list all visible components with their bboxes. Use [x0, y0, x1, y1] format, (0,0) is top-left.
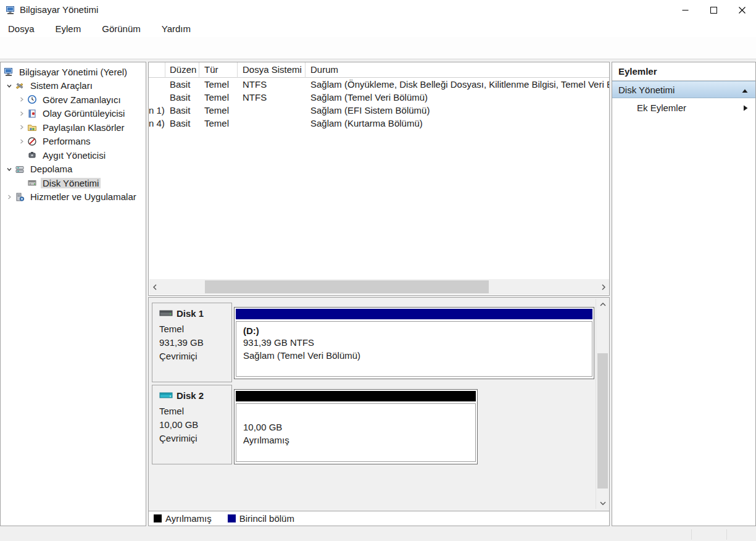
close-button[interactable]: [728, 0, 756, 20]
vertical-scrollbar[interactable]: [596, 299, 609, 509]
disk1-size: 931,39 GB: [159, 336, 231, 350]
selected-tree-item-label: Disk Yönetimi: [41, 178, 101, 188]
column-header-status[interactable]: Durum: [305, 62, 609, 78]
chevron-collapsed-icon[interactable]: [17, 111, 27, 117]
chevron-expanded-icon[interactable]: [4, 83, 14, 89]
services-icon: [14, 192, 25, 202]
chevron-collapsed-icon[interactable]: [17, 124, 27, 130]
disk2-unallocated-color-bar: [236, 391, 476, 401]
submenu-arrow-icon: [743, 103, 748, 113]
partition-legend: Ayrılmamış Birincil bölüm: [149, 511, 609, 526]
tree-item-performance[interactable]: Performans: [1, 135, 146, 149]
disk2-drive-icon: [159, 390, 173, 401]
shared-folders-icon: [27, 122, 38, 132]
volume-row[interactable]: n 1) Basit Temel Sağlam (EFI Sistem Bölü…: [149, 104, 609, 117]
chevron-expanded-icon[interactable]: [4, 166, 14, 172]
disk2-row: Disk 2 Temel 10,00 GB Çevrimiçi 10,00 GB…: [152, 385, 605, 464]
column-header-layout[interactable]: Düzen: [165, 62, 199, 78]
chevron-collapsed-icon[interactable]: [17, 96, 27, 103]
actions-panel-title: Eylemler: [612, 62, 755, 81]
disk2-status: Çevrimiçi: [159, 432, 231, 445]
legend-item-primary-partition: Birincil bölüm: [228, 513, 294, 524]
tree-item-event-viewer[interactable]: Olay Görüntüleyicisi: [1, 107, 146, 121]
disk1-partition-color-bar: [236, 309, 592, 319]
scroll-up-icon[interactable]: [596, 299, 609, 310]
window-title: Bilgisayar Yönetimi: [20, 4, 98, 15]
tree-item-system-tools[interactable]: Sistem Araçları: [1, 79, 146, 93]
console-tree-panel: Bilgisayar Yönetimi (Yerel) Sistem Araçl…: [0, 62, 146, 526]
legend-item-unallocated: Ayrılmamış: [154, 513, 212, 524]
statusbar-divider: [691, 529, 692, 540]
disk2-type: Temel: [159, 405, 231, 418]
actions-group-disk-management[interactable]: Disk Yönetimi: [612, 81, 755, 98]
volume-row[interactable]: Basit Temel NTFS Sağlam (Önyükleme, Disk…: [149, 78, 609, 91]
disk2-label-box[interactable]: Disk 2 Temel 10,00 GB Çevrimiçi: [152, 385, 232, 464]
volume-row[interactable]: n 4) Basit Temel Sağlam (Kurtarma Bölümü…: [149, 117, 609, 130]
tree-item-task-scheduler[interactable]: Görev Zamanlayıcı: [1, 93, 146, 107]
tree-item-shared-folders[interactable]: Paylaşılan Klasörler: [1, 120, 146, 135]
minimize-button[interactable]: [671, 0, 699, 20]
menu-action[interactable]: Eylem: [49, 21, 88, 36]
storage-icon: [14, 164, 25, 174]
disk1-partition-size: 931,39 GB NTFS: [243, 336, 592, 349]
disk2-size: 10,00 GB: [159, 418, 231, 432]
disk1-partition-block[interactable]: (D:) 931,39 GB NTFS Sağlam (Temel Veri B…: [234, 307, 594, 379]
toolbar: ?: [0, 37, 756, 59]
tree-item-storage[interactable]: Depolama: [1, 162, 146, 177]
disk2-unallocated-block[interactable]: 10,00 GB Ayrılmamış: [234, 389, 478, 464]
volume-list-panel: Düzen Tür Dosya Sistemi Durum Basit Teme…: [148, 62, 610, 296]
column-header-type[interactable]: Tür: [199, 62, 238, 78]
event-viewer-icon: [27, 109, 38, 119]
menu-view[interactable]: Görünüm: [96, 21, 147, 36]
vertical-scrollbar-thumb[interactable]: [597, 353, 608, 489]
disk2-unallocated-status: Ayrılmamış: [243, 434, 475, 447]
action-item-more-actions[interactable]: Ek Eylemler: [612, 98, 755, 117]
title-bar: Bilgisayar Yönetimi: [0, 0, 756, 20]
scroll-right-icon[interactable]: [598, 279, 609, 295]
unallocated-swatch-icon: [154, 514, 162, 522]
menu-help[interactable]: Yardım: [156, 21, 197, 36]
disk2-unallocated-size: 10,00 GB: [243, 421, 475, 434]
disk1-label-box[interactable]: Disk 1 Temel 931,39 GB Çevrimiçi: [152, 303, 232, 382]
menu-bar: Dosya Eylem Görünüm Yardım: [0, 20, 756, 37]
tree-item-computer-management[interactable]: Bilgisayar Yönetimi (Yerel): [1, 65, 146, 79]
task-scheduler-icon: [27, 94, 38, 104]
tree-item-services-applications[interactable]: Hizmetler ve Uygulamalar: [1, 190, 146, 204]
device-manager-icon: [27, 150, 38, 160]
disk-graph-panel: Disk 1 Temel 931,39 GB Çevrimiçi (D:) 93…: [148, 297, 610, 526]
performance-icon: [27, 136, 38, 146]
disk1-name: Disk 1: [177, 308, 204, 319]
disk2-name: Disk 2: [177, 390, 204, 401]
app-icon: [6, 5, 15, 17]
scroll-left-icon[interactable]: [149, 279, 160, 295]
scroll-down-icon[interactable]: [596, 498, 609, 509]
status-bar: [0, 528, 756, 541]
tree-item-device-manager[interactable]: Aygıt Yöneticisi: [1, 148, 146, 162]
system-tools-icon: [14, 81, 25, 91]
menu-file[interactable]: Dosya: [2, 21, 41, 36]
disk1-row: Disk 1 Temel 931,39 GB Çevrimiçi (D:) 93…: [152, 303, 605, 382]
volume-row[interactable]: Basit Temel NTFS Sağlam (Temel Veri Bölü…: [149, 91, 609, 104]
horizontal-scrollbar-thumb[interactable]: [205, 280, 489, 293]
tree-item-disk-management[interactable]: Disk Yönetimi: [1, 176, 146, 190]
collapse-arrow-icon[interactable]: [742, 85, 748, 95]
disk1-partition-letter: (D:): [243, 322, 592, 336]
disk1-partition-status: Sağlam (Temel Veri Bölümü): [243, 349, 592, 362]
volume-list-header: Düzen Tür Dosya Sistemi Durum: [149, 62, 609, 78]
column-header-volume[interactable]: [149, 62, 165, 78]
computer-icon: [3, 67, 14, 77]
horizontal-scrollbar[interactable]: [149, 279, 609, 295]
chevron-collapsed-icon[interactable]: [4, 194, 14, 200]
statusbar-divider: [726, 529, 727, 540]
column-header-filesystem[interactable]: Dosya Sistemi: [238, 62, 305, 78]
disk1-drive-icon: [159, 308, 173, 319]
disk1-status: Çevrimiçi: [159, 350, 231, 363]
primary-partition-swatch-icon: [228, 514, 236, 522]
actions-panel: Eylemler Disk Yönetimi Ek Eylemler: [612, 62, 756, 526]
disk-management-icon: [27, 178, 38, 188]
chevron-collapsed-icon[interactable]: [17, 138, 27, 145]
maximize-button[interactable]: [699, 0, 728, 20]
disk1-type: Temel: [159, 322, 231, 336]
